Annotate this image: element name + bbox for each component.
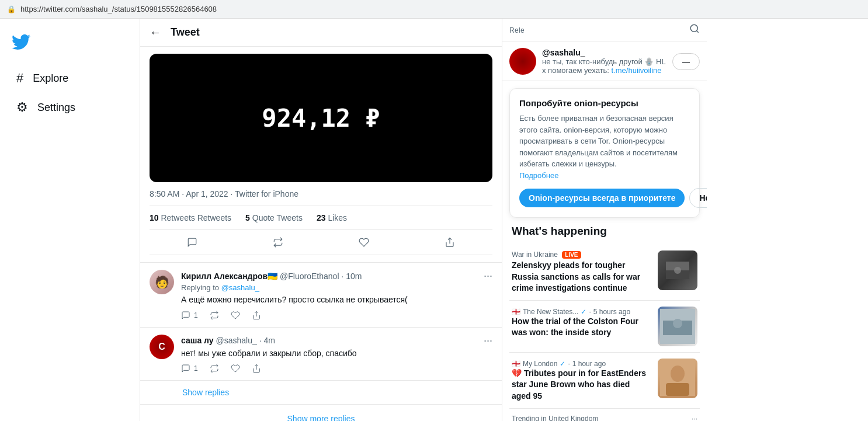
news-title: Zelenskyy pleads for tougher Russia sanc… bbox=[512, 260, 651, 294]
svg-line-4 bbox=[696, 30, 698, 32]
like-action-button[interactable] bbox=[352, 232, 376, 252]
hashtag-icon: # bbox=[16, 71, 23, 86]
reply-text: А ещё можно перечислить? просто ссылка н… bbox=[181, 294, 492, 306]
reply-item: С саша лу @sashalu_ · 4m ··· нет! мы уже… bbox=[140, 328, 502, 381]
reply-comment-button[interactable]: 1 bbox=[181, 311, 198, 320]
avatar-image: 🧑 bbox=[150, 270, 174, 294]
reply-content: Кирилл Александров🇺🇦 @FluoroEthanol · 10… bbox=[181, 270, 492, 320]
tweet-stats: 10 Retweets Retweets 5 Quote Tweets 23 L… bbox=[150, 206, 492, 230]
related-user-avatar bbox=[509, 48, 536, 75]
onion-learn-more-link[interactable]: Подробнее bbox=[519, 171, 558, 180]
explore-label: Explore bbox=[33, 72, 68, 85]
reply-action-buttons: 1 bbox=[181, 311, 492, 320]
related-user-card: @sashalu_ не ты, так кто-нибудь другой 🪬… bbox=[502, 42, 707, 81]
svg-point-10 bbox=[673, 319, 682, 328]
comment-count: 1 bbox=[194, 311, 198, 319]
related-user-link: х помогаем уехать: t.me/huiivoiline bbox=[542, 66, 666, 75]
reply-author-name: Кирилл Александров🇺🇦 bbox=[181, 272, 277, 281]
onion-description: Есть более приватная и безопасная версия… bbox=[519, 113, 690, 181]
show-more-replies-link[interactable]: Show more replies bbox=[140, 405, 502, 421]
retweets-label: Retweets bbox=[161, 213, 195, 222]
back-button[interactable]: ← bbox=[150, 26, 161, 39]
reply-author-handle: @sashalu_ bbox=[216, 336, 256, 345]
onion-primary-button[interactable]: Onion-ресурсы всегда в приоритете bbox=[519, 189, 685, 207]
quote-tweets-stat: 5 Quote Tweets bbox=[245, 213, 303, 222]
reply-share-button[interactable] bbox=[252, 311, 261, 320]
reply-name-row: саша лу @sashalu_ · 4m ··· bbox=[181, 335, 492, 347]
sidebar-item-settings[interactable]: ⚙ Settings bbox=[5, 94, 135, 121]
reply-more-button[interactable]: ··· bbox=[484, 335, 492, 347]
reply-to-label: Replying to @sashalu_ bbox=[181, 283, 492, 292]
share-action-button[interactable] bbox=[438, 232, 462, 252]
onion-popup: Попробуйте onion-ресурсы Есть более прив… bbox=[509, 88, 700, 218]
sidebar: # Explore ⚙ Settings bbox=[0, 19, 140, 421]
reply-author-handle: @FluoroEthanol bbox=[280, 272, 339, 281]
tweet-actions bbox=[150, 230, 492, 255]
news-source: 🏴󠁧󠁢󠁥󠁮󠁧󠁿 The New States... ✓ · 5 hours ag… bbox=[512, 308, 651, 316]
reply-share-button[interactable] bbox=[252, 364, 261, 373]
related-user-bio: не ты, так кто-нибудь другой 🪬 HL bbox=[542, 57, 666, 66]
reply-like-button[interactable] bbox=[231, 311, 240, 320]
reply-like-button[interactable] bbox=[231, 364, 240, 373]
reply-action-button[interactable] bbox=[180, 232, 204, 252]
twitter-logo[interactable] bbox=[0, 28, 140, 62]
sidebar-item-explore[interactable]: # Explore bbox=[5, 65, 135, 92]
news-item-ukraine[interactable]: War in Ukraine LIVE Zelenskyy pleads for… bbox=[509, 245, 700, 301]
svg-point-12 bbox=[671, 366, 685, 382]
settings-label: Settings bbox=[37, 102, 75, 114]
quote-tweets-count: 5 bbox=[245, 213, 250, 222]
news-thumbnail-june bbox=[658, 359, 697, 398]
reply-action-buttons: 1 bbox=[181, 364, 492, 373]
whats-happening-section: What's happening War in Ukraine LIVE Zel… bbox=[509, 225, 700, 421]
tweet-header-title: Tweet bbox=[171, 26, 200, 39]
news-title: 💔 Tributes pour in for EastEnders star J… bbox=[512, 368, 651, 402]
tweet-body: 924,12 ₽ 8:50 AM · Apr 1, 2022 · Twitter… bbox=[140, 47, 502, 263]
browser-bar: 🔒 https://twitter.com/sashalu_/status/15… bbox=[0, 0, 868, 19]
lock-icon: 🔒 bbox=[7, 5, 16, 13]
gear-icon: ⚙ bbox=[16, 100, 28, 115]
reply-more-button[interactable]: ··· bbox=[484, 270, 492, 282]
comment-count: 1 bbox=[194, 364, 198, 373]
reply-comment-button[interactable]: 1 bbox=[181, 364, 198, 373]
onion-title: Попробуйте onion-ресурсы bbox=[519, 98, 690, 108]
onion-secondary-button[interactable]: Не сей... bbox=[689, 188, 707, 208]
reply-retweet-button[interactable] bbox=[210, 311, 219, 320]
retweets-stat: 10 Retweets Retweets bbox=[150, 213, 231, 222]
trend-more-button[interactable]: ··· bbox=[692, 415, 697, 421]
avatar: С bbox=[150, 335, 174, 359]
reply-time: 10m bbox=[346, 272, 362, 281]
follow-button[interactable]: — bbox=[672, 53, 700, 70]
reply-content: саша лу @sashalu_ · 4m ··· нет! мы уже с… bbox=[181, 335, 492, 374]
reply-name-row: Кирилл Александров🇺🇦 @FluoroEthanol · 10… bbox=[181, 270, 492, 282]
whats-happening-title: What's happening bbox=[509, 225, 700, 238]
reply-item: 🧑 Кирилл Александров🇺🇦 @FluoroEthanol · … bbox=[140, 263, 502, 328]
app-layout: # Explore ⚙ Settings ← Tweet 924,12 ₽ 8:… bbox=[0, 19, 868, 421]
reply-retweet-button[interactable] bbox=[210, 364, 219, 373]
news-thumbnail-ukraine bbox=[658, 250, 697, 290]
search-button[interactable] bbox=[689, 23, 700, 37]
avatar: 🧑 bbox=[150, 270, 174, 294]
reply-author-name: саша лу bbox=[181, 336, 214, 345]
news-thumbnail-colston bbox=[658, 307, 697, 346]
svg-point-7 bbox=[674, 267, 681, 274]
reply-time: 4m bbox=[263, 336, 275, 345]
related-user-handle: @sashalu_ bbox=[542, 48, 666, 57]
likes-stat: 23 Likes bbox=[317, 213, 347, 222]
right-top-bar: Rele bbox=[502, 19, 707, 42]
trending-item[interactable]: Trending in United Kingdom ··· Dan Walke… bbox=[509, 409, 700, 421]
svg-point-3 bbox=[690, 25, 697, 32]
reply-to-link[interactable]: @sashalu_ bbox=[221, 283, 259, 292]
news-item-colston[interactable]: 🏴󠁧󠁢󠁥󠁮󠁧󠁿 The New States... ✓ · 5 hours ag… bbox=[509, 301, 700, 353]
reply-text: нет! мы уже собрали и закрыли сбор, спас… bbox=[181, 348, 492, 360]
url-bar[interactable]: https://twitter.com/sashalu_/status/1509… bbox=[20, 5, 217, 13]
related-header: Rele bbox=[509, 26, 525, 34]
news-title: How the trial of the Colston Four was wo… bbox=[512, 316, 651, 339]
news-item-june[interactable]: 🏴󠁧󠁢󠁥󠁮󠁧󠁿 My London ✓ · 1 hour ago 💔 Tribu… bbox=[509, 353, 700, 409]
main-content: ← Tweet 924,12 ₽ 8:50 AM · Apr 1, 2022 ·… bbox=[140, 19, 502, 421]
tweet-media: 924,12 ₽ bbox=[150, 54, 492, 182]
news-category: War in Ukraine LIVE bbox=[512, 250, 651, 259]
retweet-action-button[interactable] bbox=[266, 232, 290, 252]
right-sidebar: Rele @sashalu_ не ты, так кто-нибудь дру… bbox=[502, 19, 707, 421]
show-replies-link[interactable]: Show replies bbox=[140, 381, 502, 405]
tweet-header: ← Tweet bbox=[140, 19, 502, 47]
